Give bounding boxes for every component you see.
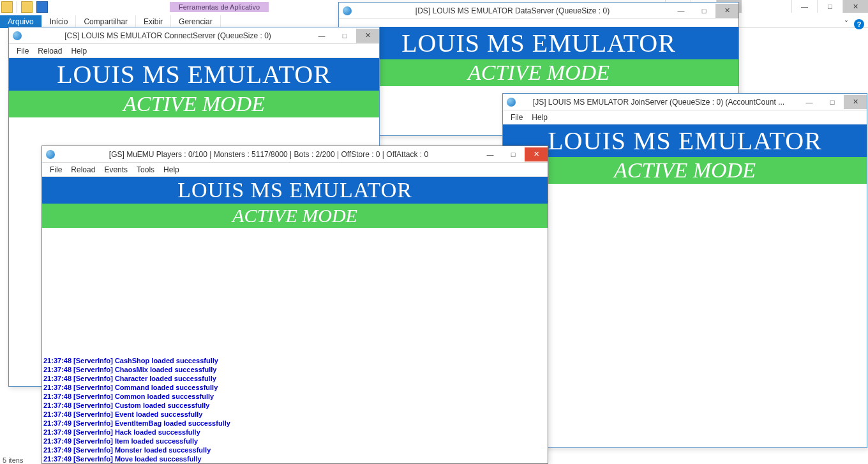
tab-inicio[interactable]: Início <box>42 15 77 28</box>
maximize-button[interactable]: □ <box>821 95 844 109</box>
status-bar-items: 5 itens <box>3 456 23 464</box>
app-icon <box>13 31 22 40</box>
log-line: 21:37:48 [ServerInfo] Event loaded succe… <box>43 410 546 419</box>
titlebar[interactable]: [JS] LOUIS MS EMULATOR JoinServer (Queue… <box>503 94 867 110</box>
close-button[interactable]: ✕ <box>844 95 867 109</box>
log-line: 21:37:48 [ServerInfo] ChaosMix loaded su… <box>43 365 546 374</box>
close-button[interactable]: ✕ <box>715 4 738 18</box>
log-line: 21:37:49 [ServerInfo] Monster loaded suc… <box>43 445 546 454</box>
explorer-tabs: Arquivo Início Compartilhar Exibir Geren… <box>0 15 221 28</box>
minimize-button[interactable]: — <box>791 0 817 13</box>
window-title: [GS] MuEMU Players : 0/100 | Monsters : … <box>59 150 479 159</box>
help-icon[interactable]: ? <box>854 19 864 29</box>
maximize-button[interactable]: □ <box>817 0 842 13</box>
close-button[interactable]: ✕ <box>525 147 548 161</box>
window-gameserver: [GS] MuEMU Players : 0/100 | Monsters : … <box>41 146 548 464</box>
menu-reload[interactable]: Reload <box>34 45 66 57</box>
titlebar[interactable]: [GS] MuEMU Players : 0/100 | Monsters : … <box>42 146 548 163</box>
banner-title: LOUIS MS EMULATOR <box>339 27 738 59</box>
menu-help[interactable]: Help <box>67 45 91 57</box>
app-icon <box>343 6 352 15</box>
menu-tools[interactable]: Tools <box>133 164 158 176</box>
menu-reload[interactable]: Reload <box>67 164 99 176</box>
menubar: File Reload Help <box>9 44 379 58</box>
bg-window-controls-2: — □ ✕ <box>791 0 868 13</box>
log-line: 21:37:48 [ServerInfo] Character loaded s… <box>43 374 546 383</box>
properties-icon[interactable] <box>36 1 48 13</box>
maximize-button[interactable]: □ <box>502 147 525 161</box>
paste-icon[interactable] <box>21 1 33 13</box>
tab-compartilhar[interactable]: Compartilhar <box>76 15 136 28</box>
maximize-button[interactable]: □ <box>333 29 356 43</box>
log-line: 21:37:49 [ServerInfo] Move loaded succes… <box>43 454 546 463</box>
maximize-button[interactable]: □ <box>692 4 715 18</box>
banner-mode: ACTIVE MODE <box>339 59 738 86</box>
banner-mode: ACTIVE MODE <box>503 157 867 184</box>
close-button[interactable]: ✕ <box>356 29 379 43</box>
divider <box>17 1 17 13</box>
menu-help[interactable]: Help <box>160 164 183 176</box>
titlebar[interactable]: [DS] LOUIS MS EMULATOR DataServer (Queue… <box>339 3 738 19</box>
log-line: 21:37:48 [ServerInfo] Custom loaded succ… <box>43 401 546 410</box>
banner-title: LOUIS MS EMULATOR <box>503 124 867 157</box>
banner-mode: ACTIVE MODE <box>9 91 379 117</box>
minimize-button[interactable]: — <box>798 95 821 109</box>
folder-icon[interactable] <box>1 1 13 13</box>
ribbon-collapse-icon[interactable]: ˇ <box>841 19 851 29</box>
app-icon <box>46 150 55 159</box>
log-area: 21:37:48 [ServerInfo] CashShop loaded su… <box>42 228 548 463</box>
minimize-button[interactable]: — <box>670 4 692 18</box>
ribbon-context-tab[interactable]: Ferramentas de Aplicativo <box>170 2 269 12</box>
menu-help[interactable]: Help <box>528 112 551 123</box>
menubar: File Help <box>503 110 867 124</box>
banner-title: LOUIS MS EMULATOR <box>42 177 548 204</box>
minimize-button[interactable]: — <box>310 29 333 43</box>
log-line: 21:37:49 [ServerInfo] Hack loaded succes… <box>43 428 546 437</box>
log-line: 21:37:49 [ServerInfo] Item loaded succes… <box>43 437 546 445</box>
menu-file[interactable]: File <box>46 164 66 176</box>
log-line: 21:37:48 [ServerInfo] Common loaded succ… <box>43 392 546 401</box>
banner-mode: ACTIVE MODE <box>42 204 548 228</box>
log-line: 21:37:49 [ServerInfo] EventItemBag loade… <box>43 419 546 428</box>
tab-gerenciar[interactable]: Gerenciar <box>171 15 221 28</box>
minimize-button[interactable]: — <box>479 147 502 161</box>
app-icon <box>507 98 516 107</box>
tab-arquivo[interactable]: Arquivo <box>0 15 42 28</box>
banner-title: LOUIS MS EMULATOR <box>9 58 379 91</box>
window-title: [CS] LOUIS MS EMULATOR ConnectServer (Qu… <box>26 31 310 40</box>
menu-file[interactable]: File <box>13 45 33 57</box>
window-title: [JS] LOUIS MS EMULATOR JoinServer (Queue… <box>520 98 798 107</box>
close-button[interactable]: ✕ <box>842 0 868 13</box>
titlebar[interactable]: [CS] LOUIS MS EMULATOR ConnectServer (Qu… <box>9 27 379 44</box>
menu-file[interactable]: File <box>507 112 527 123</box>
log-line: 21:37:48 [ServerInfo] Command loaded suc… <box>43 383 546 392</box>
log-line: 21:37:48 [ServerInfo] CashShop loaded su… <box>43 356 546 365</box>
explorer-quick-access <box>1 1 48 13</box>
tab-exibir[interactable]: Exibir <box>136 15 171 28</box>
menubar: File Reload Events Tools Help <box>42 163 548 177</box>
window-joinserver: [JS] LOUIS MS EMULATOR JoinServer (Queue… <box>502 93 867 448</box>
menu-events[interactable]: Events <box>100 164 131 176</box>
log-area <box>503 184 867 447</box>
window-title: [DS] LOUIS MS EMULATOR DataServer (Queue… <box>355 6 670 15</box>
